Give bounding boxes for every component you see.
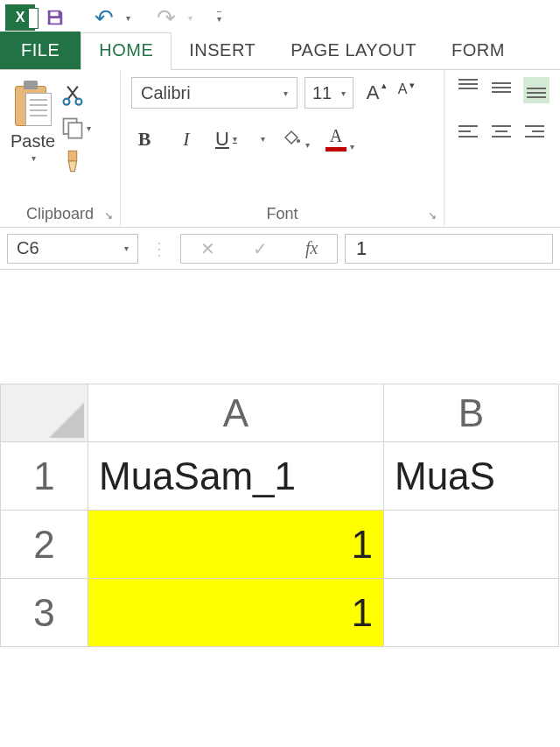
font-color-button[interactable]: A ▾ <box>326 126 354 152</box>
ribbon-tabs: FILE HOME INSERT PAGE LAYOUT FORM <box>0 35 560 70</box>
copy-caret-icon[interactable]: ▾ <box>87 123 91 133</box>
font-color-swatch <box>326 147 346 152</box>
formula-bar: C6 ▾ ⋮ ✕ ✓ fx 1 <box>0 228 560 270</box>
align-center-button[interactable] <box>490 123 513 145</box>
underline-caret-icon[interactable]: ▾ <box>233 134 237 144</box>
column-header-b[interactable]: B <box>384 384 559 442</box>
shrink-font-button[interactable]: A▾ <box>390 81 415 104</box>
alignment-group-label <box>457 201 550 225</box>
font-color-letter-icon: A <box>330 126 342 146</box>
tab-file[interactable]: FILE <box>0 32 80 69</box>
tab-formulas[interactable]: FORM <box>434 33 522 69</box>
svg-rect-5 <box>68 151 76 161</box>
cell-a2[interactable]: 1 <box>88 511 384 579</box>
fontcolor-caret-icon[interactable]: ▾ <box>350 142 354 152</box>
copy-icon <box>60 116 85 140</box>
excel-app-icon[interactable] <box>5 4 35 31</box>
font-size-select[interactable]: 11 ▾ <box>304 77 354 109</box>
ribbon-group-alignment <box>444 70 560 227</box>
fill-color-swatch <box>281 145 302 150</box>
align-right-icon <box>523 123 546 142</box>
undo-caret-icon[interactable]: ▾ <box>126 13 130 23</box>
bucket-icon <box>282 129 301 144</box>
row-header-2[interactable]: 2 <box>1 511 88 579</box>
font-group-label: Font ↘ <box>131 201 433 225</box>
cell-b1[interactable]: MuaS <box>384 442 559 511</box>
undo-button[interactable]: ↶ <box>91 4 117 31</box>
font-name-value: Calibri <box>141 83 191 103</box>
tab-insert[interactable]: INSERT <box>172 33 273 69</box>
copy-button[interactable]: ▾ <box>60 116 91 140</box>
worksheet-grid: A B 1 MuaSam_1 MuaS 2 1 3 1 <box>0 384 560 647</box>
align-top-icon <box>457 77 480 96</box>
cell-b3[interactable] <box>384 579 559 647</box>
svg-point-1 <box>64 99 70 105</box>
name-box[interactable]: C6 ▾ <box>7 234 138 264</box>
align-right-button[interactable] <box>523 123 546 145</box>
redo-caret-icon[interactable]: ▾ <box>188 13 192 23</box>
paste-caret-icon[interactable]: ▾ <box>32 153 36 163</box>
align-center-icon <box>490 123 513 142</box>
font-launcher-icon[interactable]: ↘ <box>428 209 437 222</box>
border-caret-icon[interactable]: ▾ <box>261 134 265 144</box>
row-header-1[interactable]: 1 <box>1 442 88 511</box>
tab-home[interactable]: HOME <box>80 32 172 70</box>
align-left-button[interactable] <box>457 123 480 145</box>
customize-qat-caret-icon[interactable]: ▾ <box>217 11 221 24</box>
align-bottom-button[interactable] <box>523 77 550 103</box>
format-painter-button[interactable] <box>60 149 91 173</box>
svg-rect-4 <box>68 123 81 138</box>
font-size-caret-icon: ▾ <box>341 88 346 98</box>
name-box-caret-icon: ▾ <box>124 243 129 253</box>
ribbon: Paste ▾ ▾ Clipboard ↘ <box>0 70 560 228</box>
svg-rect-0 <box>56 12 58 16</box>
save-icon <box>46 8 65 27</box>
column-header-a[interactable]: A <box>88 384 384 442</box>
formula-input[interactable]: 1 <box>345 234 553 264</box>
bold-button[interactable]: B <box>131 128 158 151</box>
formula-bar-buttons: ✕ ✓ fx <box>180 234 338 264</box>
cell-b2[interactable] <box>384 511 559 579</box>
align-middle-button[interactable] <box>490 77 513 103</box>
border-button[interactable]: ▾ <box>257 134 265 144</box>
cell-a3[interactable]: 1 <box>88 579 384 647</box>
save-button[interactable] <box>42 4 68 31</box>
grow-font-button[interactable]: A▴ <box>360 81 385 104</box>
row-header-3[interactable]: 3 <box>1 579 88 647</box>
insert-function-button[interactable]: fx <box>305 238 318 258</box>
clipboard-group-label: Clipboard ↘ <box>10 201 109 225</box>
redo-button[interactable]: ↷ <box>153 4 179 31</box>
quick-access-toolbar: ↶ ▾ ↷ ▾ ▾ <box>0 0 560 35</box>
align-bottom-icon <box>525 79 548 98</box>
ribbon-group-clipboard: Paste ▾ ▾ Clipboard ↘ <box>0 70 121 227</box>
font-size-value: 11 <box>312 83 332 103</box>
cell-a1[interactable]: MuaSam_1 <box>88 442 384 511</box>
align-middle-icon <box>490 77 513 96</box>
svg-point-2 <box>76 99 82 105</box>
name-box-value: C6 <box>17 238 39 258</box>
fill-color-button[interactable]: ▾ <box>281 129 310 150</box>
scissors-icon <box>60 82 85 107</box>
align-left-icon <box>457 123 480 142</box>
align-top-button[interactable] <box>457 77 480 103</box>
tab-page-layout[interactable]: PAGE LAYOUT <box>273 33 434 69</box>
ribbon-group-font: Calibri ▾ 11 ▾ A▴ A▾ B I U▾ ▾ <box>121 70 444 227</box>
formula-bar-separator: ⋮ <box>145 238 173 259</box>
clipboard-launcher-icon[interactable]: ↘ <box>104 209 113 222</box>
fill-caret-icon[interactable]: ▾ <box>305 140 310 150</box>
svg-point-8 <box>297 139 300 143</box>
paste-button[interactable] <box>13 81 53 130</box>
italic-button[interactable]: I <box>173 128 200 151</box>
font-name-select[interactable]: Calibri ▾ <box>131 77 298 109</box>
paintbrush-icon <box>60 149 85 173</box>
enter-button[interactable]: ✓ <box>253 238 268 259</box>
paste-label: Paste <box>10 131 55 152</box>
font-name-caret-icon: ▾ <box>284 88 288 98</box>
select-all-corner[interactable] <box>1 384 88 442</box>
cancel-button[interactable]: ✕ <box>200 238 215 259</box>
formula-input-value: 1 <box>356 237 367 260</box>
cut-button[interactable] <box>60 82 91 107</box>
underline-button[interactable]: U▾ <box>215 128 242 151</box>
